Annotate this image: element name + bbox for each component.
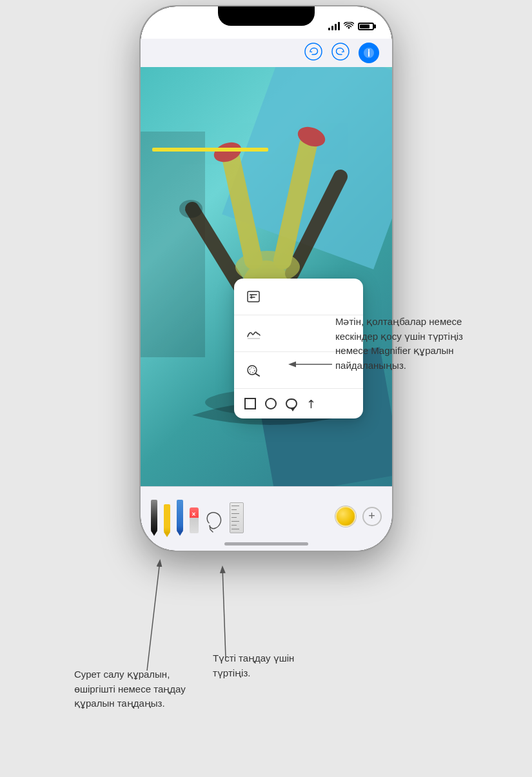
svg-line-9 [231, 157, 253, 261]
annotation-bottom-middle-text: Түсті таңдау үшін түртіңіз. [213, 651, 316, 680]
pen-blue-tool[interactable] [177, 500, 183, 533]
signature-icon [244, 324, 262, 342]
text-underline [152, 148, 268, 152]
shape-arrow-button[interactable]: ↗ [302, 395, 319, 412]
home-indicator [224, 542, 308, 546]
svg-text:T: T [250, 293, 253, 300]
photo-area: T [141, 67, 392, 486]
lasso-tool[interactable] [205, 510, 223, 533]
drawing-toolbar: + [141, 486, 392, 551]
notch [218, 6, 315, 26]
signal-icon [328, 23, 340, 30]
person-silhouette [141, 67, 392, 486]
magnifier-icon [244, 361, 262, 379]
toolbar-actions [304, 43, 379, 63]
wifi-icon [344, 22, 354, 32]
svg-line-21 [255, 374, 259, 377]
ruler-tool[interactable] [230, 502, 244, 533]
popup-text-item[interactable]: T [234, 279, 363, 315]
shape-circle-button[interactable] [265, 398, 277, 409]
svg-point-1 [332, 43, 349, 60]
text-icon: T [244, 288, 262, 306]
toolbar [141, 39, 392, 67]
svg-point-14 [179, 200, 202, 218]
shape-bubble-button[interactable] [286, 398, 297, 409]
eraser-tool[interactable] [190, 507, 199, 533]
status-icons [328, 22, 374, 32]
annotation-bottom-left-text: Сурет салу құралын, өшіргішті немесе таң… [74, 667, 193, 711]
marker-tool[interactable] [164, 504, 170, 533]
pen-tool[interactable] [151, 500, 157, 533]
svg-point-22 [250, 368, 255, 373]
lasso-icon [205, 510, 223, 533]
annotation-right-text: Мәтін, қолтаңбалар немесе кескіндер қосу… [335, 315, 464, 373]
color-picker-button[interactable] [335, 506, 356, 527]
markup-info-button[interactable] [359, 43, 379, 63]
svg-line-25 [222, 567, 226, 658]
popup-shapes-row: ↗ [234, 389, 363, 418]
add-tool-button[interactable]: + [362, 507, 382, 526]
phone-frame: T [141, 6, 392, 551]
phone-screen: T [141, 6, 392, 551]
drawing-tools [151, 500, 244, 533]
svg-line-24 [147, 561, 160, 671]
battery-icon [358, 23, 374, 30]
undo-button[interactable] [304, 43, 322, 63]
redo-button[interactable] [331, 43, 350, 63]
svg-point-0 [305, 43, 322, 60]
shape-square-button[interactable] [244, 398, 256, 409]
